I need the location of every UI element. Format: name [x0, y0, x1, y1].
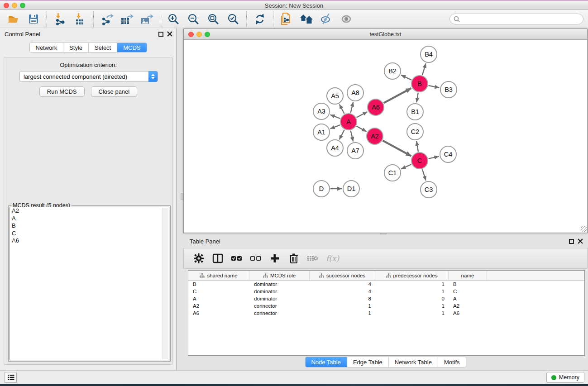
network-edge-A-A4[interactable]: [339, 130, 344, 140]
select-all-icon[interactable]: [229, 251, 244, 266]
settings-gear-icon[interactable]: [191, 251, 206, 266]
network-node-A2[interactable]: A2: [366, 128, 383, 145]
delete-column-icon[interactable]: [287, 251, 301, 266]
column-header-name[interactable]: name: [449, 271, 487, 280]
mcds-result-item[interactable]: A6: [10, 237, 169, 245]
close-panel-icon[interactable]: [167, 31, 172, 37]
network-node-C[interactable]: C: [411, 152, 428, 169]
network-edge-A-A3[interactable]: [330, 115, 340, 119]
network-node-A4[interactable]: A4: [326, 139, 344, 157]
network-edge-A2-C[interactable]: [383, 141, 411, 156]
table-row[interactable]: A2connector11A2: [188, 302, 584, 310]
tab-mcds[interactable]: MCDS: [117, 43, 146, 52]
table-cell[interactable]: A2: [449, 303, 487, 309]
table-cell[interactable]: 1: [375, 289, 449, 294]
network-edge-A-A2[interactable]: [357, 126, 367, 132]
table-cell[interactable]: dominator: [249, 296, 310, 301]
import-network-icon[interactable]: [53, 12, 67, 26]
mcds-result-item[interactable]: C: [10, 230, 169, 238]
network-edge-C-C4[interactable]: [429, 157, 439, 159]
table-cell[interactable]: 1: [375, 303, 449, 309]
add-column-icon[interactable]: [268, 251, 282, 266]
table-cell[interactable]: connector: [249, 310, 310, 316]
table-close-panel-icon[interactable]: [578, 238, 583, 244]
zoom-in-icon[interactable]: [166, 12, 181, 26]
mcds-result-item[interactable]: B: [10, 222, 169, 230]
network-node-A6[interactable]: A6: [367, 99, 384, 116]
network-node-B3[interactable]: B3: [440, 81, 457, 98]
table-cell[interactable]: 1: [310, 303, 375, 309]
table-cell[interactable]: A2: [188, 303, 249, 309]
table-cell[interactable]: connector: [249, 303, 310, 309]
column-header-successor-nodes[interactable]: successor nodes: [310, 271, 375, 280]
network-node-B1[interactable]: B1: [406, 103, 424, 120]
tab-select[interactable]: Select: [89, 43, 117, 52]
network-edge-A-A1[interactable]: [330, 125, 340, 129]
close-panel-button[interactable]: Close panel: [91, 86, 138, 97]
zoom-selected-icon[interactable]: [226, 12, 240, 26]
table-cell[interactable]: 1: [375, 310, 449, 316]
table-cell[interactable]: B: [449, 281, 487, 287]
open-session-icon[interactable]: [6, 12, 21, 26]
refresh-icon[interactable]: [253, 12, 267, 26]
network-edge-B-B4[interactable]: [422, 63, 426, 75]
task-history-button[interactable]: [5, 372, 17, 383]
export-image-icon[interactable]: [139, 12, 154, 26]
network-node-C4[interactable]: C4: [440, 146, 457, 163]
network-window-titlebar[interactable]: testGlobe.txt: [184, 29, 587, 40]
tab-edge-table[interactable]: Edge Table: [347, 357, 389, 367]
zoom-fit-icon[interactable]: [206, 12, 220, 26]
copy-network-icon[interactable]: [279, 12, 294, 26]
network-node-A1[interactable]: A1: [313, 124, 330, 141]
table-cell[interactable]: B: [188, 281, 249, 287]
memory-button[interactable]: Memory: [546, 372, 584, 383]
save-session-icon[interactable]: [26, 12, 41, 26]
table-cell[interactable]: A: [188, 296, 249, 301]
network-edge-A-A6[interactable]: [357, 112, 368, 118]
table-cell[interactable]: 0: [375, 296, 449, 301]
column-header-shared-name[interactable]: shared name: [188, 271, 249, 280]
zoom-out-icon[interactable]: [186, 12, 201, 26]
table-row[interactable]: Adominator80A: [188, 295, 584, 302]
network-node-A3[interactable]: A3: [313, 103, 330, 120]
tab-node-table[interactable]: Node Table: [305, 357, 347, 367]
export-network-icon[interactable]: [100, 12, 114, 26]
network-node-B[interactable]: B: [411, 75, 428, 92]
tab-network[interactable]: Network: [29, 43, 63, 52]
network-node-A7[interactable]: A7: [347, 142, 364, 159]
network-edge-C-C3[interactable]: [422, 169, 426, 181]
network-edge-A-A5[interactable]: [339, 105, 344, 114]
home-icon[interactable]: [299, 12, 314, 26]
result-scrollbar[interactable]: [163, 208, 168, 359]
network-edge-B-B1[interactable]: [416, 93, 418, 103]
table-cell[interactable]: C: [449, 289, 487, 294]
show-hide-icon[interactable]: [339, 12, 354, 26]
search-input[interactable]: [460, 14, 583, 24]
tab-motifs[interactable]: Motifs: [438, 357, 466, 367]
window-resize-grip[interactable]: [581, 226, 587, 232]
network-edge-A-A8[interactable]: [351, 102, 354, 113]
network-edge-B-B2[interactable]: [401, 75, 411, 80]
network-node-B2[interactable]: B2: [384, 62, 401, 80]
mcds-result-item[interactable]: A2: [10, 207, 169, 215]
table-cell[interactable]: dominator: [249, 289, 310, 294]
network-edge-C-C2[interactable]: [416, 141, 418, 152]
network-node-C1[interactable]: C1: [384, 164, 401, 181]
table-cell[interactable]: C: [188, 289, 249, 294]
graphics-details-icon[interactable]: [319, 12, 334, 26]
network-node-D[interactable]: D: [313, 180, 330, 197]
network-node-A8[interactable]: A8: [347, 84, 364, 101]
table-float-panel-icon[interactable]: [569, 239, 574, 244]
criterion-select[interactable]: largest connected component (directed): [19, 71, 158, 82]
table-cell[interactable]: dominator: [249, 281, 310, 287]
network-edge-A-A7[interactable]: [351, 130, 354, 141]
mcds-result-item[interactable]: A: [10, 215, 169, 223]
table-cell[interactable]: 1: [310, 310, 375, 316]
table-cell[interactable]: A6: [449, 310, 487, 316]
table-row[interactable]: Bdominator41B: [188, 281, 584, 288]
table-cell[interactable]: A: [449, 296, 487, 301]
column-view-icon[interactable]: [210, 251, 225, 266]
network-canvas[interactable]: B4B2BB3A8A5A6A3B1AC2A1A2A4A7C4CC1C3DD1: [184, 40, 587, 233]
network-node-A[interactable]: A: [340, 113, 357, 130]
table-row[interactable]: A6connector11A6: [188, 310, 584, 317]
